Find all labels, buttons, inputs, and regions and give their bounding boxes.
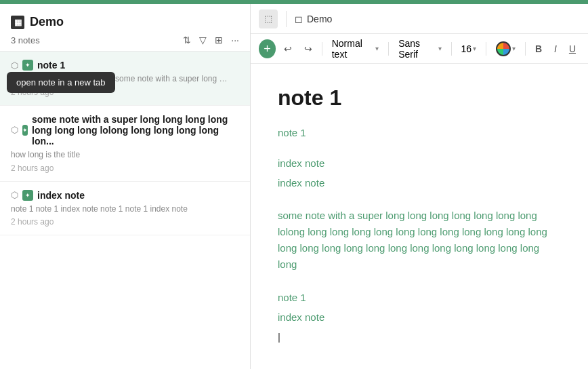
editor-link-note1-2[interactable]: note 1 [278,292,561,303]
note-tag-icon: ✦ [22,60,33,71]
sidebar-title: ▦ Demo [11,15,239,29]
note-item-title: index note [37,190,85,201]
editor-cursor: | [278,331,561,343]
text-style-selector[interactable]: Normal text ▾ [328,37,383,61]
note-item-header: ⬡ ✦ some note with a super long long lon… [11,114,239,147]
font-size-label: 16 [461,43,472,54]
note-item[interactable]: ⬡ ✦ index note note 1 note 1 index note … [0,182,250,236]
note-tag-icon: ✦ [22,190,33,201]
note-item-header: ⬡ ✦ note 1 [11,60,239,71]
topbar-image-icon[interactable]: ⬚ [259,9,278,28]
layout-button[interactable]: ⊞ [215,35,223,45]
spacer [278,281,561,292]
editor-topbar: ⬚ ◻ Demo [251,4,588,34]
font-size-selector[interactable]: 16 ▾ [457,42,481,56]
undo-button[interactable]: ↩ [280,41,296,57]
note-item-time: 2 hours ago [11,217,239,227]
editor-link-index-3[interactable]: index note [278,311,561,323]
note-item-title: some note with a super long long long lo… [32,114,239,147]
text-style-label: Normal text [332,38,375,60]
italic-button[interactable]: I [550,41,561,57]
notebook-icon: ▦ [11,16,24,29]
more-button[interactable]: ··· [231,35,239,45]
sidebar-title-text: Demo [30,15,64,29]
color-selector[interactable]: ▾ [492,40,520,58]
note-item-time: 2 hours ago [11,163,239,173]
font-size-chevron: ▾ [473,45,476,52]
bold-button[interactable]: B [531,41,546,57]
font-label: Sans Serif [398,38,436,60]
color-chevron: ▾ [512,45,516,52]
font-chevron: ▾ [438,45,442,52]
spacer [278,147,561,157]
editor-content[interactable]: note 1 note 1 index note index note some… [251,64,588,369]
external-link-icon[interactable]: ⬡ [11,125,18,135]
topbar-title: ◻ Demo [295,14,332,24]
sidebar-actions: ⇅ ▽ ⊞ ··· [183,35,239,45]
editor-link-note1-1[interactable]: note 1 [278,127,561,138]
editor-toolbar: + ↩ ↪ Normal text ▾ Sans Serif ▾ 16 ▾ ▾ [251,34,588,64]
note-tag-icon: ✦ [22,125,28,136]
note-doc-icon: ◻ [295,14,303,24]
filter-button[interactable]: ▽ [199,35,207,45]
topbar-divider [286,11,287,27]
sidebar-meta: 3 notes ⇅ ▽ ⊞ ··· [11,35,239,45]
editor-link-index-1[interactable]: index note [278,157,561,169]
external-link-icon[interactable]: ⬡ [11,60,18,71]
note-item-preview: note 1 note 1 index note note 1 note 1 i… [11,203,228,215]
note-item-header: ⬡ ✦ index note [11,190,239,201]
tooltip: open note in a new tab [7,72,115,93]
sort-button[interactable]: ⇅ [183,35,191,45]
toolbar-separator [525,42,526,56]
text-style-chevron: ▾ [375,45,379,52]
editor-main-title: note 1 [278,85,561,111]
spacer [278,197,561,208]
toolbar-separator [486,42,486,56]
external-link-icon[interactable]: ⬡ [11,190,18,200]
redo-button[interactable]: ↪ [300,41,316,57]
note-item-title: note 1 [37,60,65,71]
editor-long-link-wrap: some note with a super long long long lo… [278,208,561,273]
editor-panel: ⬚ ◻ Demo + ↩ ↪ Normal text ▾ Sans Serif … [251,4,588,369]
note-item[interactable]: ⬡ ✦ some note with a super long long lon… [0,106,250,182]
sidebar: ▦ Demo 3 notes ⇅ ▽ ⊞ ··· ⬡ ✦ note 1 [0,4,251,369]
notes-count: 3 notes [11,35,40,45]
topbar-title-text: Demo [307,14,332,24]
color-picker-icon [496,41,511,56]
note-item[interactable]: ⬡ ✦ note 1 note 1 index note index note … [0,52,250,106]
toolbar-separator [322,42,322,56]
main-layout: ▦ Demo 3 notes ⇅ ▽ ⊞ ··· ⬡ ✦ note 1 [0,4,588,369]
font-selector[interactable]: Sans Serif ▾ [394,37,445,61]
note-item-preview: how long is the title [11,149,228,161]
toolbar-separator [451,42,452,56]
editor-link-long-note[interactable]: some note with a super long long long lo… [278,210,547,270]
sidebar-header: ▦ Demo 3 notes ⇅ ▽ ⊞ ··· [0,4,250,52]
underline-button[interactable]: U [565,41,580,57]
editor-link-index-2[interactable]: index note [278,177,561,189]
notes-list: ⬡ ✦ note 1 note 1 index note index note … [0,52,250,369]
add-content-button[interactable]: + [259,39,276,58]
toolbar-separator [388,42,389,56]
